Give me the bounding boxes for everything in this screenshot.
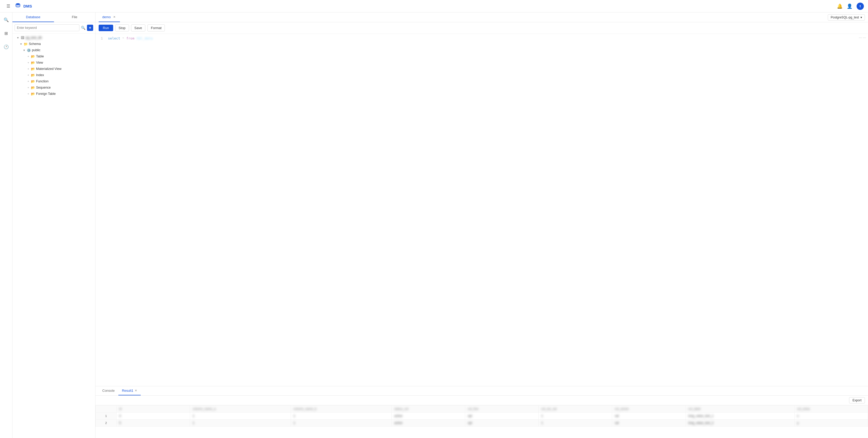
export-button[interactable]: Export <box>849 397 865 404</box>
code-star: * <box>122 36 124 40</box>
col-header-4: status_col <box>392 406 465 412</box>
col-header-5: col_five <box>465 406 538 412</box>
header-right: 🔔 👤 t <box>837 3 864 10</box>
row-2-col-5: opt <box>465 419 538 427</box>
format-button[interactable]: Format <box>148 24 165 31</box>
search-bar: 🔍 + <box>12 22 95 33</box>
row-1-col-7: val <box>612 412 685 419</box>
top-header: ☰ DMS 🔔 👤 t <box>0 0 868 12</box>
table-nav-icon[interactable]: ⊞ <box>2 29 10 37</box>
console-tab[interactable]: Console <box>99 386 118 396</box>
tree-toggle-view[interactable]: ＋ <box>26 60 31 65</box>
tree-item-materialized-view[interactable]: ＋ 📂 Materialized View <box>12 66 95 72</box>
left-panel: Database File 🔍 + ▼ <box>12 12 95 438</box>
folder-icon-index: 📂 <box>31 73 35 78</box>
table-name: tbl_data <box>136 36 153 40</box>
app-title: DMS <box>23 4 32 8</box>
result1-tab-close[interactable]: ✕ <box>135 389 137 392</box>
db-selector-label: PostgreSQL-pg_test <box>831 16 859 19</box>
chevron-down-icon: ▾ <box>861 16 862 19</box>
svg-rect-1 <box>21 36 24 39</box>
result1-tab[interactable]: Result1 ✕ <box>118 386 141 396</box>
tree-root[interactable]: ▼ pg_test_db <box>12 34 95 41</box>
tree-item-foreign-table[interactable]: ＋ 📂 Foreign Table <box>12 91 95 97</box>
side-nav: 🔍 ⊞ 🕐 <box>0 12 12 438</box>
tree-toggle-table[interactable]: ＋ <box>26 54 31 59</box>
tree-toggle-public[interactable]: ▼ <box>22 48 27 53</box>
profile-icon[interactable]: 👤 <box>847 3 852 9</box>
tree-item-table[interactable]: ＋ 📂 Table <box>12 53 95 59</box>
run-button[interactable]: Run <box>99 25 113 31</box>
tree-item-sequence[interactable]: ＋ 📂 Sequence <box>12 84 95 91</box>
tab-file[interactable]: File <box>54 12 95 22</box>
folder-icon-foreigntable: 📂 <box>31 91 35 96</box>
col-header-8: col_label <box>685 406 794 412</box>
tree-toggle-index[interactable]: ＋ <box>26 73 31 78</box>
row-1-col-1: 4 <box>117 412 190 419</box>
editor-area[interactable]: 1 select * from tbl_data <box>95 34 868 386</box>
tree-toggle-function[interactable]: ＋ <box>26 79 31 84</box>
result-toolbar: Export <box>95 396 868 405</box>
keyword-select: select <box>108 36 120 40</box>
public-icon: ⚙️ <box>27 48 31 53</box>
result-panel: Console Result1 ✕ Export id <box>95 386 868 438</box>
tree-label-sequence: Sequence <box>36 86 51 89</box>
code-line-1: select * from tbl_data <box>106 36 868 41</box>
schema-icon: 📁 <box>23 41 28 46</box>
add-button[interactable]: + <box>87 25 93 31</box>
tab-close-btn[interactable]: ✕ <box>113 15 116 19</box>
tree-toggle-sequence[interactable]: ＋ <box>26 85 31 90</box>
result1-tab-label: Result1 <box>122 389 133 392</box>
row-2-col-4: active <box>392 419 465 427</box>
main-area: demo ✕ PostgreSQL-pg_test ▾ Run Stop Sav… <box>95 12 868 438</box>
search-icon-btn[interactable]: 🔍 <box>81 26 85 30</box>
tree-toggle-foreigntable[interactable]: ＋ <box>26 91 31 96</box>
tab-bar-left: demo ✕ <box>99 12 120 22</box>
row-2-col-9: y <box>794 419 868 427</box>
line-numbers: 1 <box>95 36 106 384</box>
svg-rect-4 <box>22 38 22 39</box>
tree-public-label: public <box>32 48 40 52</box>
tree-public[interactable]: ▼ ⚙️ public <box>12 47 95 53</box>
search-input[interactable] <box>14 24 80 31</box>
tree-item-view[interactable]: ＋ 📂 View <box>12 59 95 66</box>
tree-schema[interactable]: ▼ 📁 Schema <box>12 41 95 47</box>
col-header-2: column_name_a <box>190 406 291 412</box>
svg-rect-2 <box>22 37 22 37</box>
tree-label-function: Function <box>36 80 49 83</box>
menu-icon[interactable]: ☰ <box>4 2 12 10</box>
folder-icon-sequence: 📂 <box>31 85 35 90</box>
editor-tab-demo[interactable]: demo ✕ <box>99 12 120 22</box>
row-1-col-5: opt <box>465 412 538 419</box>
folder-icon-matview: 📂 <box>31 66 35 71</box>
db-selector[interactable]: PostgreSQL-pg_test ▾ <box>828 14 865 21</box>
folder-icon-view: 📂 <box>31 60 35 65</box>
folder-icon-table: 📂 <box>31 54 35 59</box>
tree-toggle-schema[interactable]: ▼ <box>19 41 23 46</box>
tree-label-matview: Materialized View <box>36 67 62 71</box>
tab-database[interactable]: Database <box>12 12 54 22</box>
tree-item-index[interactable]: ＋ 📂 Index <box>12 72 95 78</box>
tree-toggle-root[interactable]: ▼ <box>16 35 20 40</box>
tree-toggle-matview[interactable]: ＋ <box>26 66 31 71</box>
row-1-col-4: active <box>392 412 465 419</box>
stop-button[interactable]: Stop <box>115 24 129 31</box>
editor-content: 1 select * from tbl_data <box>95 34 868 386</box>
save-button[interactable]: Save <box>131 24 146 31</box>
tab-bar: demo ✕ PostgreSQL-pg_test ▾ <box>95 12 868 22</box>
row-2-col-6: 1 <box>538 419 612 427</box>
row-2-col-2: 1 <box>190 419 291 427</box>
search-nav-icon[interactable]: 🔍 <box>2 16 10 24</box>
tree-item-function[interactable]: ＋ 📂 Function <box>12 78 95 84</box>
code-area[interactable]: select * from tbl_data <box>106 36 868 384</box>
line-number-1: 1 <box>99 36 103 41</box>
svg-rect-3 <box>23 37 24 37</box>
result-table-wrap[interactable]: id column_name_a column_name_b status_co… <box>95 405 868 438</box>
collapse-handle[interactable]: — — <box>859 36 866 39</box>
row-2-col-3: 1 <box>291 419 392 427</box>
notification-icon[interactable]: 🔔 <box>837 3 843 9</box>
avatar[interactable]: t <box>857 3 864 10</box>
tree-label-table: Table <box>36 55 44 58</box>
col-header-3: column_name_b <box>291 406 392 412</box>
history-nav-icon[interactable]: 🕐 <box>2 42 10 51</box>
